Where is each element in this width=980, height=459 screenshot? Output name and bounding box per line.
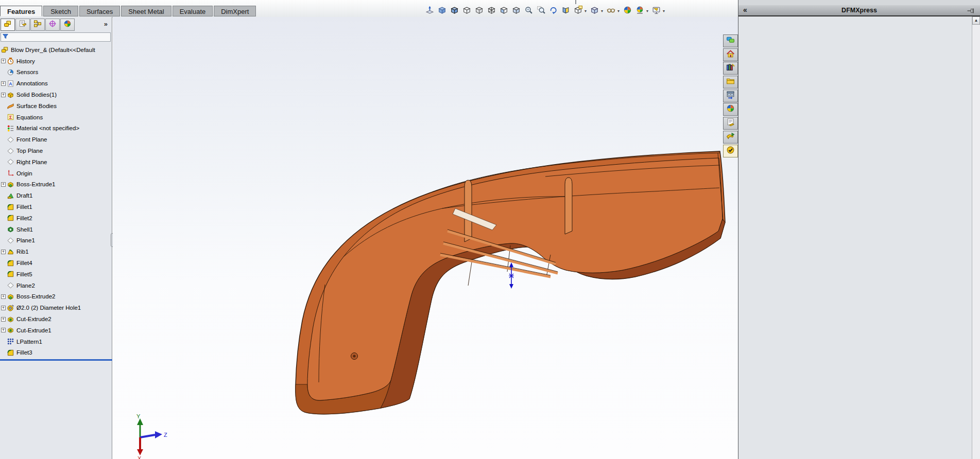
zoom-to-area-button[interactable] <box>535 6 547 17</box>
view-orientation-button[interactable] <box>572 6 584 17</box>
view-settings-button[interactable] <box>633 6 646 17</box>
apply-scene-button[interactable] <box>621 6 633 17</box>
taskpane-title: DFMXpress <box>738 7 980 14</box>
tree-item-2-0-2-diameter-hole1[interactable]: +Ø2.0 (2) Diameter Hole1 <box>0 302 112 313</box>
configuration-manager-tab[interactable] <box>30 19 45 31</box>
hidden-lines-visible-button[interactable] <box>473 6 485 17</box>
expander-icon[interactable]: + <box>1 317 6 322</box>
tree-item-fillet3[interactable]: Fillet3 <box>0 347 112 359</box>
dfmxpress-check-rail-button[interactable] <box>723 145 738 157</box>
tree-item-top-plane[interactable]: Top Plane <box>0 145 112 156</box>
tree-item-origin[interactable]: Origin <box>0 168 112 179</box>
tree-item-history[interactable]: +History <box>0 56 112 67</box>
tree-item-solid-bodies-1[interactable]: +Solid Bodies(1) <box>0 89 112 100</box>
triad-z-label: Z <box>164 432 167 438</box>
expander-icon[interactable]: + <box>1 250 6 254</box>
tree-item-fillet4[interactable]: Fillet4 <box>0 257 112 269</box>
tree-item-cut-extrude1[interactable]: +Cut-Extrude1 <box>0 325 112 336</box>
expander-icon[interactable]: + <box>1 306 6 310</box>
design-library-rail-button[interactable] <box>723 62 738 75</box>
section-view-button[interactable] <box>559 6 572 17</box>
tree-item-fillet1[interactable]: Fillet1 <box>0 201 112 213</box>
dropdown-caret-icon[interactable]: ▾ <box>584 9 587 13</box>
expander-icon[interactable]: + <box>1 93 6 97</box>
tree-item-annotations[interactable]: +AAnnotations <box>0 78 112 89</box>
tree-item-plane2[interactable]: Plane2 <box>0 280 112 291</box>
rib-icon <box>7 248 15 256</box>
tree-filter-input[interactable] <box>9 33 110 41</box>
feature-manager-tab[interactable] <box>1 19 15 31</box>
expander-icon[interactable]: + <box>1 294 6 299</box>
surface-bodies-icon <box>7 102 15 110</box>
tree-item-label: Top Plane <box>16 148 43 154</box>
tree-item-label: Material <not specified> <box>16 125 79 131</box>
dropdown-caret-icon[interactable]: ▾ <box>601 9 603 13</box>
file-explorer-rail-button[interactable] <box>723 76 738 89</box>
dimxpert-manager-icon <box>48 20 57 30</box>
wireframe-button[interactable] <box>485 6 497 17</box>
tab-sheet-metal[interactable]: Sheet Metal <box>121 6 171 16</box>
perspective-button[interactable] <box>510 6 522 17</box>
tree-item-fillet5[interactable]: Fillet5 <box>0 269 112 280</box>
screw-boss-hole[interactable] <box>351 353 358 360</box>
scroll-up-button[interactable]: ▲ <box>972 16 980 25</box>
view-palette-rail-button[interactable] <box>723 90 738 102</box>
plane-icon <box>7 147 15 155</box>
part-interior-floor[interactable] <box>307 158 723 400</box>
property-manager-tab[interactable] <box>15 19 30 31</box>
tab-sketch[interactable]: Sketch <box>43 6 78 16</box>
tab-features[interactable]: Features <box>0 6 42 16</box>
rollback-bar[interactable] <box>0 359 112 361</box>
tree-item-blow-dryer-default-default[interactable]: Blow Dryer_& (Default<<Default <box>0 44 112 56</box>
home-rail-button[interactable] <box>723 48 738 61</box>
tree-item-material-not-specified[interactable]: Material <not specified> <box>0 123 112 134</box>
zoom-to-fit-button[interactable] <box>522 6 535 17</box>
display-style-button[interactable] <box>588 6 600 17</box>
tree-item-surface-bodies[interactable]: Surface Bodies <box>0 100 112 112</box>
expander-icon[interactable]: + <box>1 182 6 187</box>
hide-show-items-button[interactable] <box>605 6 617 17</box>
appearances-rail-button[interactable] <box>723 103 738 116</box>
tree-item-lpattern1[interactable]: LPattern1 <box>0 336 112 347</box>
graphics-area[interactable]: Y Z X <box>113 17 738 459</box>
dimxpert-manager-tab[interactable] <box>45 19 60 31</box>
tree-item-plane1[interactable]: Plane1 <box>0 235 112 246</box>
plane-icon <box>7 237 15 244</box>
custom-properties-rail-button[interactable] <box>723 117 738 130</box>
tree-item-rib1[interactable]: +Rib1 <box>0 246 112 257</box>
built-in-libraries-rail-button[interactable] <box>723 131 738 144</box>
svg-text:A: A <box>9 81 12 86</box>
tree-item-boss-extrude2[interactable]: +Boss-Extrude2 <box>0 291 112 303</box>
dropdown-caret-icon[interactable]: ▾ <box>617 9 620 13</box>
expander-icon[interactable]: + <box>1 328 6 332</box>
tree-item-equations[interactable]: ΣEquations <box>0 112 112 123</box>
rotate-view-button[interactable] <box>547 6 559 17</box>
draft-quality-button[interactable] <box>497 6 510 17</box>
tab-surfaces[interactable]: Surfaces <box>79 6 120 16</box>
tree-item-sensors[interactable]: Sensors <box>0 67 112 78</box>
tree-item-draft1[interactable]: Draft1 <box>0 190 112 201</box>
hidden-lines-removed-button[interactable] <box>460 6 473 17</box>
tree-item-front-plane[interactable]: Front Plane <box>0 134 112 145</box>
shaded-with-edges-button[interactable] <box>448 6 460 17</box>
edit-appearance-button[interactable] <box>650 6 662 17</box>
shaded-button[interactable] <box>436 6 448 17</box>
tab-evaluate[interactable]: Evaluate <box>173 6 213 16</box>
forum-rail-button[interactable] <box>723 34 738 47</box>
tree-item-cut-extrude2[interactable]: +Cut-Extrude2 <box>0 313 112 325</box>
fillet-icon <box>7 214 15 222</box>
manager-overflow-chevron[interactable]: » <box>104 20 108 28</box>
normal-to-button[interactable] <box>423 6 436 17</box>
display-manager-tab[interactable] <box>60 19 75 31</box>
expander-icon[interactable]: + <box>1 59 6 63</box>
dropdown-caret-icon[interactable]: ▾ <box>663 9 665 13</box>
tab-dimxpert[interactable]: DimXpert <box>214 6 256 16</box>
tree-item-right-plane[interactable]: Right Plane <box>0 156 112 168</box>
dropdown-caret-icon[interactable]: ▾ <box>646 9 648 13</box>
expander-icon[interactable]: + <box>1 81 6 86</box>
tree-item-shell1[interactable]: Shell1 <box>0 224 112 235</box>
tree-item-fillet2[interactable]: Fillet2 <box>0 213 112 224</box>
tree-item-boss-extrude1[interactable]: +Boss-Extrude1 <box>0 179 112 190</box>
pin-icon[interactable] <box>967 7 975 14</box>
taskpane-scrollbar[interactable]: ▲ <box>972 16 980 459</box>
